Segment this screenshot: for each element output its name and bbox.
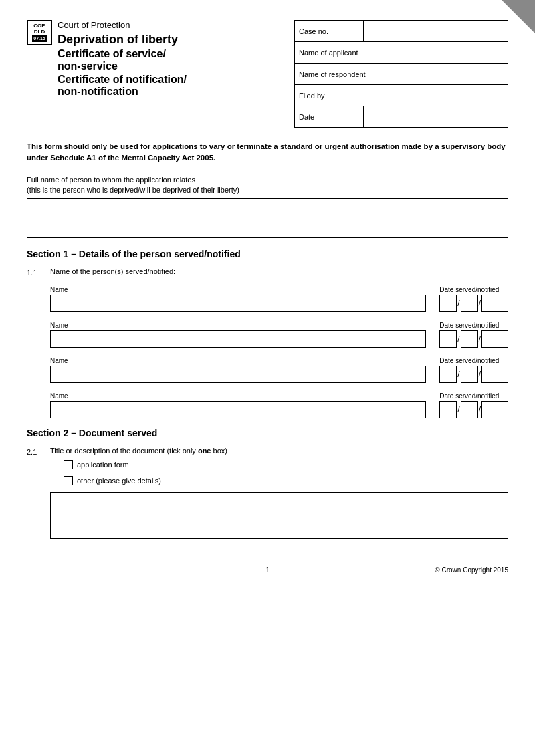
- section1-item-content: Name of the person(s) served/notified:: [50, 267, 508, 281]
- title-block: Court of Protection Deprivation of liber…: [58, 20, 187, 98]
- logo-dld-text: DLD: [34, 29, 45, 35]
- name-input-2[interactable]: [50, 330, 426, 348]
- name-label-1: Name: [50, 286, 426, 293]
- date-input-2: / /: [439, 330, 508, 348]
- checkbox-application-form-label: application form: [77, 461, 129, 469]
- form-title-sub1: Certificate of service/ non-service: [58, 48, 187, 72]
- section1: Section 1 – Details of the person served…: [27, 249, 508, 418]
- form-title-main: Deprivation of liberty: [58, 33, 187, 47]
- full-name-input[interactable]: [27, 198, 508, 238]
- checkbox-other-row: other (please give details): [64, 476, 508, 485]
- date-dd-4[interactable]: [439, 401, 457, 418]
- logo-year-text: 07.15: [32, 35, 47, 42]
- form-title-sub2: Certificate of notification/ non-notific…: [58, 74, 187, 98]
- section2-item-content: Title or description of the document (ti…: [50, 447, 508, 539]
- date-served-label-3: Date served/notified: [439, 357, 508, 364]
- section2-item-label: Title or description of the document (ti…: [50, 447, 508, 455]
- date-mm-2[interactable]: [461, 330, 478, 348]
- date-yyyy-3[interactable]: [481, 366, 508, 383]
- date-served-label-4: Date served/notified: [439, 392, 508, 400]
- case-no-value[interactable]: [363, 21, 508, 42]
- left-header: COP DLD 07.15 Court of Protection Depriv…: [27, 20, 281, 128]
- respondent-label: Name of respondent: [295, 64, 508, 85]
- name-field-group-4: Name: [50, 392, 426, 418]
- date-value[interactable]: [363, 106, 508, 128]
- notice-text: This form should only be used for applic…: [27, 141, 508, 164]
- section1-heading: Section 1 – Details of the person served…: [27, 249, 508, 259]
- date-field-group-3: Date served/notified / /: [439, 357, 508, 383]
- date-dd-1[interactable]: [439, 295, 457, 312]
- name-date-row-1: Name Date served/notified / /: [50, 286, 508, 312]
- name-field-group-1: Name: [50, 286, 426, 312]
- case-no-label: Case no.: [295, 21, 364, 42]
- info-table: Case no. Name of applicant Name of respo…: [294, 20, 508, 128]
- date-yyyy-4[interactable]: [481, 401, 508, 418]
- name-input-3[interactable]: [50, 366, 426, 383]
- applicant-row: Name of applicant: [295, 42, 508, 64]
- other-details-input[interactable]: [50, 492, 508, 539]
- footer-page-number: 1: [187, 565, 348, 574]
- date-field-group-4: Date served/notified / /: [439, 392, 508, 418]
- case-no-row: Case no.: [295, 21, 508, 42]
- checkbox-other-label: other (please give details): [77, 477, 161, 485]
- section2-heading: Section 2 – Document served: [27, 428, 508, 438]
- full-name-label: Full name of person to whom the applicat…: [27, 175, 508, 196]
- respondent-row: Name of respondent: [295, 64, 508, 85]
- date-yyyy-1[interactable]: [481, 295, 508, 312]
- name-input-4[interactable]: [50, 401, 426, 418]
- section2-item-number: 2.1: [27, 448, 50, 456]
- date-mm-1[interactable]: [461, 295, 478, 312]
- date-mm-4[interactable]: [461, 401, 478, 418]
- date-input-1: / /: [439, 295, 508, 312]
- checkbox-application-form-row: application form: [64, 460, 508, 469]
- date-row: Date: [295, 106, 508, 128]
- date-field-group-2: Date served/notified / /: [439, 322, 508, 348]
- header: COP DLD 07.15 Court of Protection Depriv…: [27, 20, 508, 128]
- name-label-3: Name: [50, 357, 426, 364]
- checkbox-other[interactable]: [64, 476, 73, 485]
- name-input-1[interactable]: [50, 295, 426, 312]
- section1-item: 1.1 Name of the person(s) served/notifie…: [27, 267, 508, 281]
- date-yyyy-2[interactable]: [481, 330, 508, 348]
- date-served-label-2: Date served/notified: [439, 322, 508, 329]
- checkbox-application-form[interactable]: [64, 460, 73, 469]
- right-header: Case no. Name of applicant Name of respo…: [294, 20, 508, 128]
- applicant-label: Name of applicant: [295, 42, 508, 64]
- name-date-row-3: Name Date served/notified / /: [50, 357, 508, 383]
- name-field-group-2: Name: [50, 322, 426, 348]
- footer-copyright: © Crown Copyright 2015: [348, 566, 508, 574]
- date-served-label-1: Date served/notified: [439, 286, 508, 293]
- date-input-4: / /: [439, 401, 508, 418]
- section2: Section 2 – Document served 2.1 Title or…: [27, 428, 508, 539]
- name-date-row-4: Name Date served/notified / /: [50, 392, 508, 418]
- date-mm-3[interactable]: [461, 366, 478, 383]
- date-dd-3[interactable]: [439, 366, 457, 383]
- name-label-2: Name: [50, 322, 426, 329]
- section1-item-number: 1.1: [27, 269, 50, 277]
- name-label-4: Name: [50, 392, 426, 400]
- date-dd-2[interactable]: [439, 330, 457, 348]
- filed-by-row: Filed by: [295, 85, 508, 106]
- section2-item: 2.1 Title or description of the document…: [27, 447, 508, 539]
- court-name: Court of Protection: [58, 20, 187, 30]
- filed-by-label: Filed by: [295, 85, 508, 106]
- section1-item-label: Name of the person(s) served/notified:: [50, 267, 508, 275]
- name-field-group-3: Name: [50, 357, 426, 383]
- footer: 1 © Crown Copyright 2015: [27, 559, 508, 574]
- name-date-row-2: Name Date served/notified / /: [50, 322, 508, 348]
- date-field-group-1: Date served/notified / /: [439, 286, 508, 312]
- corner-decoration: [502, 0, 535, 33]
- logo-block: COP DLD 07.15 Court of Protection Depriv…: [27, 20, 274, 98]
- cop-logo: COP DLD 07.15: [27, 20, 52, 45]
- full-name-section: Full name of person to whom the applicat…: [27, 175, 508, 239]
- date-input-3: / /: [439, 366, 508, 383]
- date-label: Date: [295, 106, 364, 128]
